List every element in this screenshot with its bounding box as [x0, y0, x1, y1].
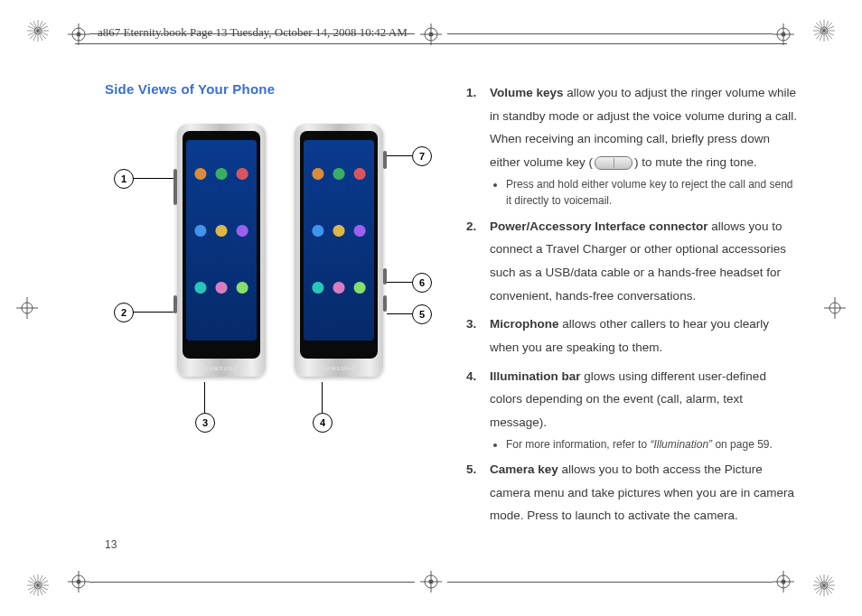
feature-item: Microphone allows other callers to hear …	[466, 313, 797, 359]
callout-2: 2	[114, 303, 134, 322]
svg-point-27	[820, 582, 828, 589]
cropmark-icon	[420, 23, 442, 45]
svg-line-26	[28, 581, 48, 590]
cropline	[89, 582, 415, 583]
svg-line-17	[814, 26, 834, 35]
svg-point-18	[34, 582, 42, 589]
svg-point-36	[22, 303, 33, 313]
svg-line-7	[28, 26, 48, 35]
regmark-crosshair-icon	[824, 297, 846, 319]
callout-7: 7	[412, 146, 432, 166]
phone-figure: SAMSUNG SAMSUNG 1234567	[132, 115, 430, 449]
right-column: Volume keys allow you to adjust the ring…	[466, 81, 797, 562]
leader-7	[387, 155, 412, 156]
svg-point-45	[77, 33, 81, 37]
phone-right-side: SAMSUNG	[295, 124, 383, 377]
svg-point-58	[425, 28, 437, 41]
svg-line-4	[30, 23, 46, 39]
cropmark-icon	[68, 23, 89, 45]
page-body: Side Views of Your Phone SAMSUNG SAMSUNG	[105, 81, 797, 562]
svg-point-57	[782, 580, 786, 584]
svg-line-22	[30, 577, 46, 593]
callout-4: 4	[313, 413, 333, 433]
svg-line-8	[28, 26, 48, 35]
header-rule	[75, 43, 787, 44]
feature-sublist-item: For more information, refer to “Illumina…	[506, 436, 797, 453]
feature-item: Illumination bar glows using different u…	[466, 365, 797, 453]
svg-line-30	[816, 577, 832, 593]
phone-brand: SAMSUNG	[177, 366, 266, 371]
svg-point-53	[77, 580, 81, 584]
svg-line-15	[820, 21, 829, 41]
camera-key	[383, 295, 387, 312]
svg-point-0	[34, 27, 42, 34]
svg-line-31	[816, 577, 832, 593]
cropmark-icon	[773, 571, 794, 593]
svg-line-35	[814, 581, 834, 590]
callout-5: 5	[412, 304, 432, 324]
feature-item: Power/Accessory Interface connector allo…	[466, 215, 797, 308]
volume-keys	[173, 169, 177, 205]
lock-key	[383, 151, 387, 169]
cropline	[447, 33, 773, 34]
leader-3	[204, 382, 205, 413]
svg-line-14	[820, 21, 829, 41]
callout-3: 3	[195, 413, 215, 433]
svg-point-54	[777, 575, 790, 588]
phone-left-side: SAMSUNG	[177, 124, 266, 377]
svg-point-42	[72, 28, 85, 41]
svg-line-3	[30, 23, 46, 39]
svg-line-13	[816, 23, 832, 39]
feature-list: Volume keys allow you to adjust the ring…	[466, 81, 797, 527]
svg-line-25	[28, 581, 48, 590]
svg-point-65	[429, 580, 434, 584]
leader-6	[387, 282, 412, 283]
svg-point-50	[72, 575, 85, 588]
svg-point-9	[820, 27, 828, 34]
cropmark-icon	[68, 571, 89, 593]
leader-4	[322, 382, 323, 413]
page-number: 13	[105, 538, 117, 551]
regmark-sunburst-icon	[813, 20, 835, 42]
running-header: a867 Eternity.book Page 13 Tuesday, Octo…	[98, 25, 408, 40]
cropmark-icon	[420, 571, 442, 593]
xref-illumination: “Illumination”	[650, 438, 712, 451]
regmark-sunburst-icon	[27, 574, 49, 596]
svg-line-33	[820, 575, 829, 595]
regmark-crosshair-icon	[16, 297, 38, 319]
leader-1	[132, 178, 173, 179]
accessory-connector	[173, 295, 177, 313]
svg-point-39	[829, 303, 840, 313]
volume-key-icon	[595, 156, 632, 170]
svg-line-5	[33, 21, 42, 41]
regmark-sunburst-icon	[27, 20, 49, 42]
svg-point-49	[782, 33, 786, 37]
feature-title: Volume keys	[490, 86, 564, 99]
svg-line-24	[33, 575, 42, 595]
svg-line-16	[814, 26, 834, 35]
regmark-sunburst-icon	[813, 574, 835, 596]
callout-1: 1	[114, 169, 134, 189]
feature-title: Power/Accessory Interface connector	[490, 219, 708, 233]
feature-body: ) to mute the ring tone.	[634, 155, 757, 169]
svg-line-12	[816, 23, 832, 39]
cropmark-icon	[773, 23, 794, 45]
section-title: Side Views of Your Phone	[105, 81, 430, 97]
leader-5	[387, 313, 412, 314]
svg-point-62	[425, 575, 437, 588]
svg-line-21	[30, 577, 46, 593]
svg-line-32	[820, 575, 829, 595]
feature-sublist: Press and hold either volume key to reje…	[490, 176, 797, 210]
svg-point-46	[777, 28, 790, 41]
feature-title: Microphone	[490, 317, 559, 331]
feature-sublist: For more information, refer to “Illumina…	[490, 436, 797, 453]
feature-title: Camera key	[490, 462, 558, 476]
feature-sublist-item: Press and hold either volume key to reje…	[506, 176, 797, 210]
svg-line-23	[33, 575, 42, 595]
feature-item: Camera key allows you to both access the…	[466, 458, 797, 527]
svg-line-6	[33, 21, 42, 41]
feature-item: Volume keys allow you to adjust the ring…	[466, 81, 797, 210]
svg-line-34	[814, 581, 834, 590]
feature-title: Illumination bar	[490, 369, 581, 383]
svg-point-61	[429, 33, 434, 37]
